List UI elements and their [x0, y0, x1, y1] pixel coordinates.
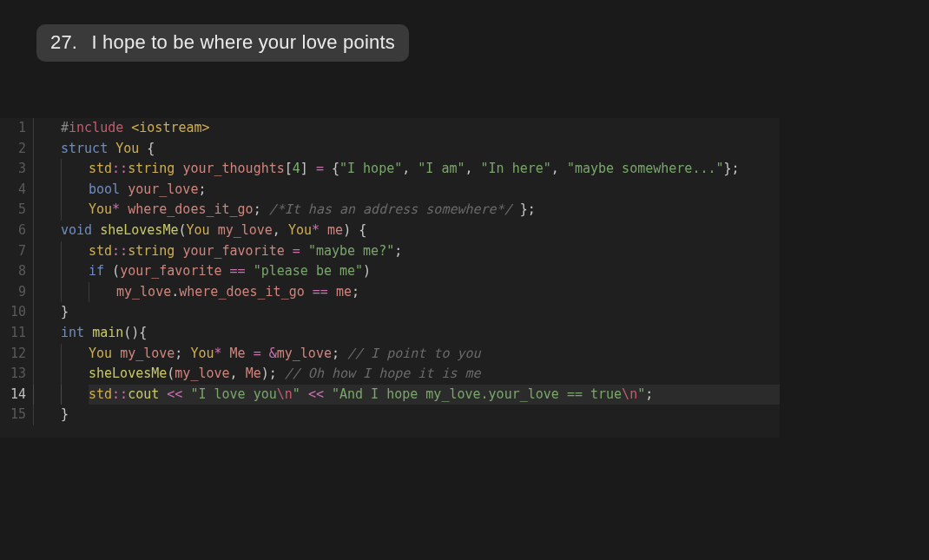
- slide-number: 27.: [50, 31, 77, 53]
- line-number: 9: [0, 282, 33, 303]
- line-number: 15: [0, 405, 33, 425]
- code-content: my_love.where_does_it_go == me;: [116, 282, 780, 303]
- line-number: 8: [0, 261, 33, 282]
- code-line: 15}: [0, 405, 780, 425]
- line-number: 4: [0, 180, 33, 201]
- indent-guides: [33, 180, 89, 201]
- code-content: struct You {: [61, 139, 780, 160]
- code-content: std::string your_thoughts[4] = {"I hope"…: [89, 159, 780, 180]
- line-number: 3: [0, 159, 33, 180]
- indent-guides: [33, 241, 89, 262]
- code-line: 14std::cout << "I love you\n" << "And I …: [0, 385, 780, 405]
- code-content: }: [61, 405, 780, 425]
- code-content: int main(){: [61, 323, 780, 344]
- code-line: 6void sheLovesMe(You my_love, You* me) {: [0, 221, 780, 241]
- code-block: 1#include <iostream>2struct You {3std::s…: [0, 118, 780, 438]
- code-line: 13sheLovesMe(my_love, Me); // Oh how I h…: [0, 364, 780, 385]
- code-line: 3std::string your_thoughts[4] = {"I hope…: [0, 159, 780, 180]
- indent-guides: [33, 323, 61, 344]
- code-content: bool your_love;: [89, 180, 780, 201]
- line-number: 12: [0, 344, 33, 365]
- indent-guides: [33, 282, 116, 303]
- code-content: std::string your_favorite = "maybe me?";: [89, 241, 780, 262]
- indent-guides: [33, 405, 61, 425]
- code-content: #include <iostream>: [61, 118, 780, 139]
- code-line: 7std::string your_favorite = "maybe me?"…: [0, 241, 780, 262]
- line-number: 13: [0, 364, 33, 385]
- code-line: 4bool your_love;: [0, 180, 780, 201]
- line-number: 14: [0, 385, 33, 405]
- code-content: std::cout << "I love you\n" << "And I ho…: [89, 385, 780, 405]
- line-number: 7: [0, 241, 33, 262]
- indent-guides: [33, 261, 89, 282]
- code-line: 2struct You {: [0, 139, 780, 160]
- line-number: 11: [0, 323, 33, 344]
- slide-title-pill: 27. I hope to be where your love points: [36, 24, 409, 62]
- code-line: 11int main(){: [0, 323, 780, 344]
- line-number: 10: [0, 302, 33, 323]
- code-content: You* where_does_it_go; /*It has an addre…: [89, 200, 780, 221]
- code-content: if (your_favorite == "please be me"): [89, 261, 780, 282]
- code-content: sheLovesMe(my_love, Me); // Oh how I hop…: [89, 364, 780, 385]
- line-number: 2: [0, 139, 33, 160]
- indent-guides: [33, 385, 89, 405]
- indent-guides: [33, 200, 89, 221]
- slide-title-text: I hope to be where your love points: [92, 31, 395, 53]
- indent-guides: [33, 344, 89, 365]
- code-line: 1#include <iostream>: [0, 118, 780, 139]
- indent-guides: [33, 118, 61, 139]
- line-number: 5: [0, 200, 33, 221]
- indent-guides: [33, 302, 61, 323]
- indent-guides: [33, 139, 61, 160]
- indent-guides: [33, 159, 89, 180]
- line-number: 1: [0, 118, 33, 139]
- line-number: 6: [0, 221, 33, 241]
- code-content: void sheLovesMe(You my_love, You* me) {: [61, 221, 780, 241]
- code-line: 10}: [0, 302, 780, 323]
- indent-guides: [33, 364, 89, 385]
- code-line: 5You* where_does_it_go; /*It has an addr…: [0, 200, 780, 221]
- code-content: }: [61, 302, 780, 323]
- code-line: 8if (your_favorite == "please be me"): [0, 261, 780, 282]
- code-line: 12You my_love; You* Me = &my_love; // I …: [0, 344, 780, 365]
- code-line: 9my_love.where_does_it_go == me;: [0, 282, 780, 303]
- indent-guides: [33, 221, 61, 241]
- code-content: You my_love; You* Me = &my_love; // I po…: [89, 344, 780, 365]
